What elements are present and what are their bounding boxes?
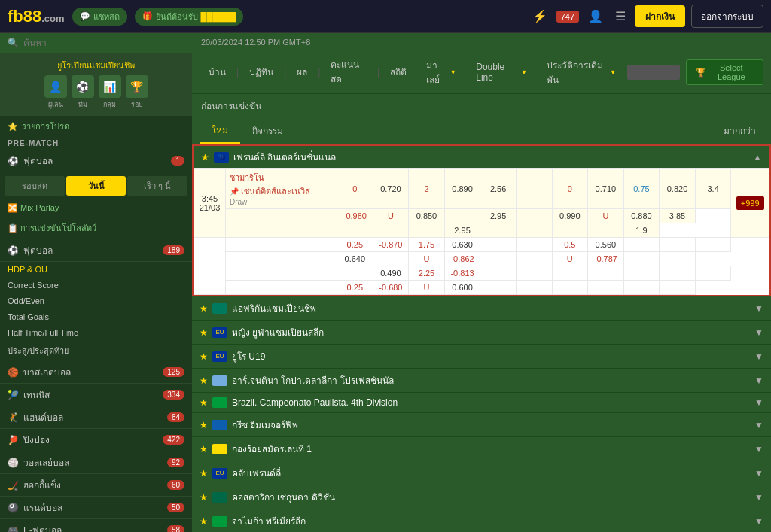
- sidebar-sport-snooker[interactable]: 🎱 แรนด์บอล 50: [0, 497, 192, 519]
- sidebar-cat-halftime[interactable]: Half Time/Full Time: [0, 325, 192, 341]
- menu-icon[interactable]: ☰: [612, 8, 629, 25]
- r2-val2[interactable]: 0.630: [444, 238, 480, 252]
- r2-val6[interactable]: -0.787: [588, 252, 624, 266]
- promotions-badge[interactable]: 🎁 ยินดีต้อนรับ ██████: [135, 8, 244, 26]
- team1-name[interactable]: ซามาริโน: [230, 171, 333, 184]
- odds-1[interactable]: 0.720: [373, 169, 409, 209]
- odds-5[interactable]: 0.850: [409, 209, 445, 223]
- nav-calendar[interactable]: ปฏิทิน: [240, 59, 282, 87]
- sidebar-sport-football-live[interactable]: ⚽ ฟุตบอล 1: [0, 150, 192, 172]
- nav-home[interactable]: บ้าน: [200, 59, 235, 87]
- sidebar-sport-handball[interactable]: 🤾 แฮนด์บอล 84: [0, 406, 192, 429]
- promo-icon-group: 📊 กลุ่ม: [99, 75, 121, 110]
- league-star-4[interactable]: ★: [200, 375, 208, 386]
- empty-time: [194, 238, 226, 266]
- minus-val1[interactable]: -0.980: [337, 209, 373, 223]
- featured-league-header: ★ 🇪🇺 เฟรนด์ลี่ อินเตอร์เนชั่นแนล ▲: [192, 144, 771, 168]
- tab-new[interactable]: ใหม่: [200, 117, 240, 144]
- tab-live[interactable]: รอบสด: [5, 176, 65, 196]
- more-cell[interactable]: +999: [731, 169, 769, 238]
- sidebar-sport-basketball[interactable]: 🏀 บาสเกตบอล 125: [0, 361, 192, 384]
- sidebar-cat-first-last[interactable]: ประสู/ประสุดท้าย: [0, 341, 192, 361]
- chevron-8: ▼: [754, 468, 763, 479]
- chat-badge[interactable]: 💬 แชทสด: [72, 8, 127, 26]
- league-item-10[interactable]: ★ จาไมก้า พรีเมียร์ลีก ▼: [192, 509, 771, 532]
- mix-parlay[interactable]: 🔀 Mix Parlay: [0, 199, 192, 217]
- r2-val4[interactable]: -0.862: [444, 252, 480, 266]
- league-star-3[interactable]: ★: [200, 351, 208, 362]
- league-item-4[interactable]: ★ อาร์เจนตินา โกปาเดลาลีกา โปรเฟสชันนัล …: [192, 369, 771, 393]
- more-bets-button[interactable]: +999: [736, 196, 764, 210]
- odds-3[interactable]: 0.710: [588, 169, 624, 209]
- league-item-6[interactable]: ★ กรีซ อิมเมจอร์ฟิพ ▼: [192, 413, 771, 437]
- nav-malay-dropdown[interactable]: มาเลย์ ▼: [417, 53, 465, 91]
- tab-activity[interactable]: กิจกรรม: [240, 118, 295, 143]
- r2-val5[interactable]: 0.560: [588, 238, 624, 252]
- league-star-8[interactable]: ★: [200, 468, 208, 479]
- r2-val3[interactable]: 0.640: [337, 252, 373, 266]
- odds-2[interactable]: 0.890: [444, 169, 480, 209]
- league-item-5[interactable]: ★ Brazil. Campeonato Paulista. 4th Divis…: [192, 393, 771, 413]
- r3-hdp1: 2.25: [409, 266, 445, 281]
- sidebar-cat-total-goals[interactable]: Total Goals: [0, 309, 192, 325]
- odds-6[interactable]: 0.990: [552, 209, 588, 223]
- search-input[interactable]: [23, 38, 184, 48]
- league-flag-2: EU: [212, 327, 227, 338]
- league-item-9[interactable]: ★ คอสตาริกา เซกุนดา ดิวิชั่น ▼: [192, 485, 771, 509]
- tab-more[interactable]: มากกว่า: [716, 118, 763, 143]
- sidebar-history[interactable]: ⭐ รายการโปรด: [0, 116, 192, 137]
- deposit-button[interactable]: ฝากเงิน: [635, 5, 685, 27]
- tennis-icon: 🎾: [8, 390, 19, 400]
- league-star-1[interactable]: ★: [200, 303, 208, 314]
- sidebar-cat-hdp[interactable]: HDP & OU: [0, 262, 192, 278]
- league-star-9[interactable]: ★: [200, 492, 208, 503]
- r3-val4[interactable]: 0.600: [444, 281, 480, 295]
- league-star-7[interactable]: ★: [200, 444, 208, 454]
- nav-stats[interactable]: สถิติ: [381, 59, 416, 87]
- league-item-3[interactable]: ★ EU ยูโร U19 ▼: [192, 345, 771, 369]
- user-icon[interactable]: 👤: [585, 8, 606, 25]
- league-item-8[interactable]: ★ EU คลับเฟรนด์ลี่ ▼: [192, 461, 771, 485]
- sidebar-sport-tennis[interactable]: 🎾 เทนนิส 334: [0, 384, 192, 406]
- tab-today[interactable]: วันนี้: [66, 176, 126, 196]
- goals-5: 3.85: [660, 209, 696, 223]
- featured-star-icon[interactable]: ★: [201, 152, 209, 163]
- empty-8: [516, 223, 552, 238]
- league-star-2[interactable]: ★: [200, 327, 208, 338]
- r3-val2[interactable]: -0.813: [444, 266, 480, 281]
- r2-val1[interactable]: -0.870: [373, 238, 409, 252]
- league-flag-1: [212, 303, 227, 314]
- sidebar-search[interactable]: 🔍: [0, 33, 192, 53]
- nav-bethistory-dropdown[interactable]: ประวัติการเดิมพัน ▼: [538, 53, 625, 91]
- league-star-6[interactable]: ★: [200, 420, 208, 430]
- sidebar-time-tabs: รอบสด วันนี้ เร็ว ๆ นี้: [0, 172, 192, 199]
- sidebar-sport-volleyball[interactable]: 🏐 วอลเลย์บอล 92: [0, 451, 192, 474]
- lightning-icon[interactable]: ⚡: [529, 8, 550, 25]
- odds-4[interactable]: 0.820: [660, 169, 696, 209]
- odds-7[interactable]: 0.880: [623, 209, 660, 223]
- nav-results[interactable]: ผล: [288, 59, 316, 87]
- logout-button[interactable]: ออกจากระบบ: [691, 5, 763, 28]
- nav-livescore[interactable]: คะแนนสด: [322, 51, 376, 93]
- league-item-1[interactable]: ★ แอฟริกันแชมเปียนชิพ ▼: [192, 296, 771, 321]
- r3-val3[interactable]: -0.680: [373, 281, 409, 295]
- r3-val1[interactable]: 0.490: [373, 266, 409, 281]
- sidebar-sport-efootball[interactable]: 🎮 E-ฟุตบอล 58: [0, 519, 192, 532]
- sidebar-sport-hockey[interactable]: 🏒 ฮอกกี้แข็ง 60: [0, 474, 192, 497]
- league-star-10[interactable]: ★: [200, 516, 208, 527]
- select-league-button[interactable]: 🏆 Select League: [686, 59, 763, 85]
- sidebar-cat-oddeven[interactable]: Odd/Even: [0, 293, 192, 309]
- competition-section[interactable]: 📋 การแข่งขันโปโลสัตว์: [0, 217, 192, 239]
- team2-name[interactable]: เซนต์คิตส์และเนวิส: [241, 184, 310, 198]
- featured-collapse-icon[interactable]: ▲: [753, 152, 762, 163]
- sidebar-sport-football-main[interactable]: ⚽ ฟุตบอล 189: [0, 239, 192, 262]
- league-star-5[interactable]: ★: [200, 397, 208, 408]
- league-item-7[interactable]: ★ กองร้อยสมัตรเล่นที่ 1 ▼: [192, 437, 771, 461]
- sidebar-cat-correct-score[interactable]: Correct Score: [0, 278, 192, 293]
- tab-upcoming[interactable]: เร็ว ๆ นี้: [127, 176, 187, 196]
- sidebar-sport-pingpong[interactable]: 🏓 ปิงปอง 422: [0, 429, 192, 451]
- league-item-2[interactable]: ★ EU หญิง ยูฟ่าแชมเปียนสลีก ▼: [192, 321, 771, 345]
- table-row-2: -0.980 U 0.850 2.95 0.990 U 0.880 3.85: [194, 209, 769, 223]
- nav-doubleline-dropdown[interactable]: Double Line ▼: [467, 57, 536, 87]
- score-icon[interactable]: 747: [556, 11, 579, 23]
